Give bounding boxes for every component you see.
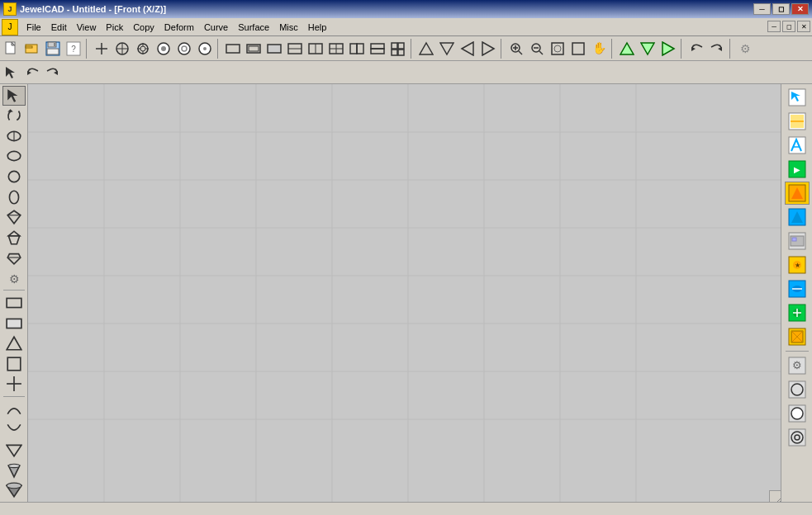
svg-text:⚙: ⚙ xyxy=(740,42,751,55)
menu-curve[interactable]: Curve xyxy=(199,21,233,34)
mdi-minimize-button[interactable]: ─ xyxy=(767,21,781,32)
menu-edit[interactable]: Edit xyxy=(46,21,72,34)
right-color2-button[interactable] xyxy=(785,182,810,205)
rect-tool3-button[interactable] xyxy=(2,354,26,374)
svg-marker-65 xyxy=(718,47,722,51)
right-color1-button[interactable]: ▶ xyxy=(785,158,810,181)
rect4-button[interactable] xyxy=(285,39,305,59)
tri-tool-button[interactable] xyxy=(2,334,26,354)
rect1-button[interactable] xyxy=(223,39,243,59)
rect8-button[interactable] xyxy=(368,39,387,59)
select-arrow-button[interactable] xyxy=(2,86,26,106)
gear-tool-button[interactable]: ⚙ xyxy=(2,268,26,288)
app-menu-icon[interactable]: J xyxy=(2,19,18,35)
menu-view[interactable]: View xyxy=(72,21,102,34)
close-button[interactable]: ✕ xyxy=(791,3,809,15)
canvas-area[interactable] xyxy=(28,84,781,502)
rotate-button[interactable] xyxy=(2,106,26,126)
zoom-tri1-button[interactable] xyxy=(617,39,637,59)
svg-text:⚙: ⚙ xyxy=(8,272,19,285)
big-cone-button[interactable] xyxy=(2,480,26,500)
menu-pick[interactable]: Pick xyxy=(101,21,128,34)
right-draw-button[interactable] xyxy=(785,134,810,157)
arc2-button[interactable] xyxy=(2,420,26,440)
rect6-button[interactable] xyxy=(326,39,346,59)
right-paint1-button[interactable] xyxy=(785,110,810,133)
right-view-button[interactable] xyxy=(785,229,810,253)
oval-button[interactable] xyxy=(2,187,26,207)
menu-copy[interactable]: Copy xyxy=(128,21,159,34)
open-button[interactable] xyxy=(22,39,42,59)
right-circle2-button[interactable] xyxy=(785,402,810,425)
snap-obj3-button[interactable] xyxy=(195,39,215,59)
snap-obj2-button[interactable] xyxy=(174,39,194,59)
menu-deform[interactable]: Deform xyxy=(159,21,199,34)
menu-help[interactable]: Help xyxy=(303,21,332,34)
zoom-tri2-button[interactable] xyxy=(638,39,658,59)
settings-button[interactable]: ⚙ xyxy=(735,39,755,59)
cross-button[interactable] xyxy=(2,375,26,395)
right-img3-button[interactable] xyxy=(785,301,810,324)
select-tool-button[interactable] xyxy=(2,63,21,83)
right-color3-button[interactable] xyxy=(785,206,810,229)
save-button[interactable] xyxy=(43,39,63,59)
ellipse-button[interactable] xyxy=(2,147,26,167)
arc1-button[interactable] xyxy=(2,399,26,419)
menu-file[interactable]: File xyxy=(21,21,46,34)
mdi-close-button[interactable]: ✕ xyxy=(797,21,810,32)
rect-tool-button[interactable] xyxy=(2,293,26,313)
right-img4-button[interactable] xyxy=(785,325,810,348)
svg-point-26 xyxy=(203,47,207,50)
minimize-button[interactable]: ─ xyxy=(753,3,771,15)
zoom-region-button[interactable] xyxy=(568,39,588,59)
resize-handle[interactable] xyxy=(769,490,781,502)
app-icon: J xyxy=(3,2,17,16)
mdi-restore-button[interactable]: ◻ xyxy=(782,21,795,32)
gem1-button[interactable] xyxy=(2,207,26,227)
right-circle1-button[interactable] xyxy=(785,378,810,401)
menu-misc[interactable]: Misc xyxy=(274,21,303,34)
rect7-button[interactable] xyxy=(347,39,367,59)
cone-button[interactable] xyxy=(2,461,26,480)
undo2-button[interactable] xyxy=(22,63,42,83)
redo2-button[interactable] xyxy=(43,63,63,83)
circle-button[interactable] xyxy=(2,167,26,187)
rect2-button[interactable] xyxy=(244,39,264,59)
cursor-button[interactable] xyxy=(92,39,112,59)
zoom-out-button[interactable] xyxy=(527,39,547,59)
tri-up-button[interactable] xyxy=(416,39,436,59)
redo-button[interactable] xyxy=(707,39,727,59)
tri-right-button[interactable] xyxy=(478,39,498,59)
new-button[interactable] xyxy=(2,39,21,59)
rect3-button[interactable] xyxy=(264,39,284,59)
gem3-button[interactable] xyxy=(2,248,26,267)
menu-surface[interactable]: Surface xyxy=(233,21,274,34)
rect-tool2-button[interactable] xyxy=(2,314,26,333)
right-settings-button[interactable]: ⚙ xyxy=(785,354,810,377)
right-circle3-button[interactable] xyxy=(785,426,810,449)
rect5-button[interactable] xyxy=(306,39,325,59)
tri-down-button[interactable] xyxy=(437,39,457,59)
right-img1-button[interactable]: ★ xyxy=(785,253,810,276)
snap-grid-button[interactable] xyxy=(112,39,132,59)
restore-button[interactable]: ◻ xyxy=(772,3,790,15)
undo-button[interactable] xyxy=(686,39,706,59)
unknown-button[interactable]: ? xyxy=(64,39,83,59)
zoom-tri3-button[interactable] xyxy=(658,39,678,59)
zoom-fit-button[interactable] xyxy=(548,39,567,59)
svg-marker-69 xyxy=(54,71,58,75)
gem2-button[interactable] xyxy=(2,228,26,248)
left-sep2 xyxy=(3,396,25,397)
snap-obj1-button[interactable] xyxy=(154,39,173,59)
svg-marker-61 xyxy=(620,43,634,54)
rect9-button[interactable] xyxy=(388,39,408,59)
tri-down-tool-button[interactable] xyxy=(2,440,26,460)
pan-button[interactable]: ✋ xyxy=(589,39,609,59)
zoom-in-button[interactable] xyxy=(506,39,526,59)
tri-left-button[interactable] xyxy=(458,39,477,59)
right-img2-button[interactable] xyxy=(785,277,810,300)
snap-circle-button[interactable] xyxy=(133,39,153,59)
right-pointer-button[interactable] xyxy=(785,86,810,109)
svg-point-147 xyxy=(791,408,803,419)
scale-button[interactable] xyxy=(2,126,26,146)
